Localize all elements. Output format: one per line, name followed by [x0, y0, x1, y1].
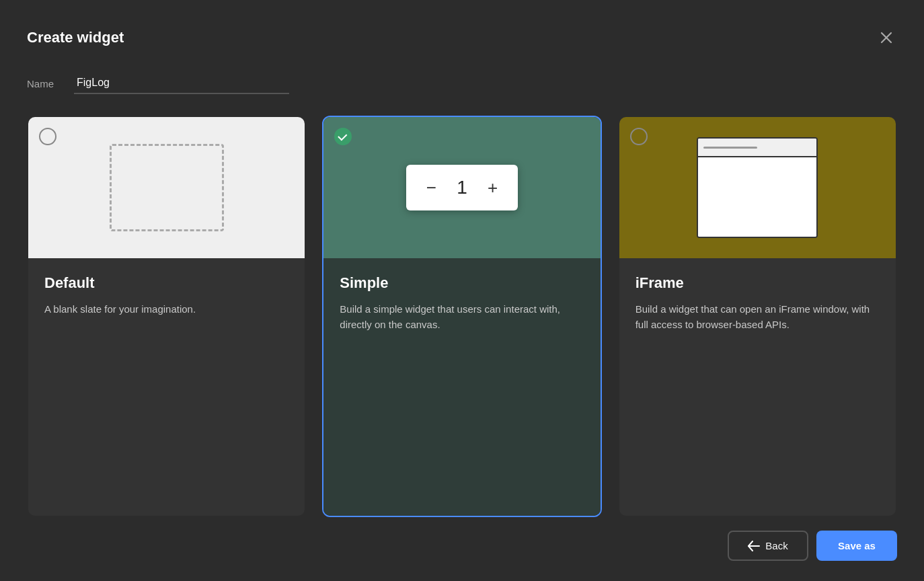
card-iframe-desc: Build a widget that can open an iFrame w…: [636, 301, 880, 333]
card-iframe-preview: [619, 117, 896, 258]
card-iframe-content: iFrame Build a widget that can open an i…: [619, 258, 896, 516]
iframe-browser-bar: [698, 139, 816, 157]
card-iframe-name: iFrame: [636, 274, 880, 292]
iframe-browser-mockup: [697, 137, 818, 238]
simple-counter-widget: − 1 +: [406, 165, 518, 210]
counter-minus: −: [426, 179, 436, 196]
name-row: Name: [27, 73, 897, 94]
card-default[interactable]: Default A blank slate for your imaginati…: [27, 116, 306, 517]
card-simple-desc: Build a simple widget that users can int…: [340, 301, 584, 333]
card-default-content: Default A blank slate for your imaginati…: [28, 258, 305, 516]
radio-simple: [334, 128, 352, 145]
card-iframe[interactable]: iFrame Build a widget that can open an i…: [618, 116, 897, 517]
name-label: Name: [27, 78, 61, 89]
save-as-label: Save as: [838, 540, 876, 551]
back-button-label: Back: [765, 540, 787, 551]
card-default-desc: A blank slate for your imagination.: [44, 301, 288, 317]
radio-default: [39, 128, 56, 145]
iframe-browser-body: [698, 157, 816, 237]
dialog-title: Create widget: [27, 29, 124, 46]
name-input[interactable]: [74, 73, 289, 94]
card-simple-preview: − 1 +: [323, 117, 600, 258]
card-default-preview: [28, 117, 305, 258]
card-simple[interactable]: − 1 + Simple Build a simple widget that …: [322, 116, 601, 517]
card-default-name: Default: [44, 274, 288, 292]
counter-plus: +: [488, 179, 498, 196]
save-as-button[interactable]: Save as: [816, 531, 897, 561]
card-simple-content: Simple Build a simple widget that users …: [323, 258, 600, 516]
back-arrow-icon: [748, 541, 760, 551]
card-simple-name: Simple: [340, 274, 584, 292]
create-widget-dialog: Create widget Name Default A blank slate…: [0, 0, 924, 581]
cards-row: Default A blank slate for your imaginati…: [27, 116, 897, 517]
dialog-header: Create widget: [27, 27, 897, 48]
back-button[interactable]: Back: [728, 531, 808, 561]
iframe-browser-bar-line: [703, 147, 757, 149]
close-icon: [880, 31, 893, 44]
default-dashed-preview: [110, 144, 224, 231]
counter-value: 1: [455, 177, 469, 198]
close-button[interactable]: [876, 27, 897, 48]
dialog-footer: Back Save as: [27, 517, 897, 561]
radio-iframe: [630, 128, 648, 145]
